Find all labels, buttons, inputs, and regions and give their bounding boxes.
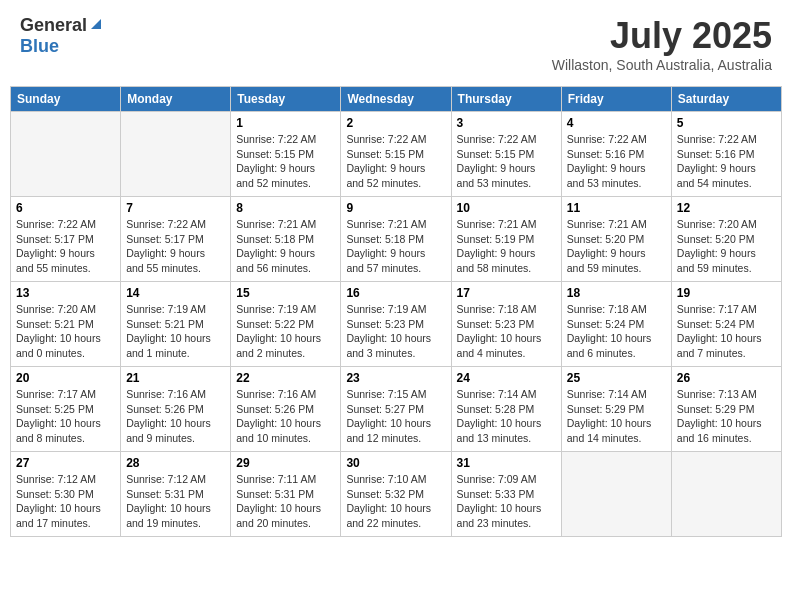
day-info: Sunrise: 7:17 AMSunset: 5:24 PMDaylight:… xyxy=(677,302,776,361)
day-info: Sunrise: 7:19 AMSunset: 5:21 PMDaylight:… xyxy=(126,302,225,361)
weekday-header: Wednesday xyxy=(341,87,451,112)
day-number: 10 xyxy=(457,201,556,215)
logo: General Blue xyxy=(20,15,103,57)
day-number: 14 xyxy=(126,286,225,300)
weekday-header: Thursday xyxy=(451,87,561,112)
day-number: 22 xyxy=(236,371,335,385)
calendar-day-cell: 26Sunrise: 7:13 AMSunset: 5:29 PMDayligh… xyxy=(671,367,781,452)
day-number: 11 xyxy=(567,201,666,215)
day-number: 28 xyxy=(126,456,225,470)
calendar-header-row: SundayMondayTuesdayWednesdayThursdayFrid… xyxy=(11,87,782,112)
calendar-day-cell: 30Sunrise: 7:10 AMSunset: 5:32 PMDayligh… xyxy=(341,452,451,537)
calendar-week-row: 13Sunrise: 7:20 AMSunset: 5:21 PMDayligh… xyxy=(11,282,782,367)
day-info: Sunrise: 7:17 AMSunset: 5:25 PMDaylight:… xyxy=(16,387,115,446)
day-info: Sunrise: 7:12 AMSunset: 5:31 PMDaylight:… xyxy=(126,472,225,531)
day-number: 2 xyxy=(346,116,445,130)
calendar-day-cell: 9Sunrise: 7:21 AMSunset: 5:18 PMDaylight… xyxy=(341,197,451,282)
day-info: Sunrise: 7:22 AMSunset: 5:16 PMDaylight:… xyxy=(677,132,776,191)
day-number: 25 xyxy=(567,371,666,385)
day-info: Sunrise: 7:22 AMSunset: 5:17 PMDaylight:… xyxy=(16,217,115,276)
calendar-day-cell: 2Sunrise: 7:22 AMSunset: 5:15 PMDaylight… xyxy=(341,112,451,197)
calendar-day-cell: 3Sunrise: 7:22 AMSunset: 5:15 PMDaylight… xyxy=(451,112,561,197)
calendar-day-cell: 13Sunrise: 7:20 AMSunset: 5:21 PMDayligh… xyxy=(11,282,121,367)
day-number: 18 xyxy=(567,286,666,300)
day-info: Sunrise: 7:16 AMSunset: 5:26 PMDaylight:… xyxy=(236,387,335,446)
calendar-day-cell: 11Sunrise: 7:21 AMSunset: 5:20 PMDayligh… xyxy=(561,197,671,282)
location-title: Willaston, South Australia, Australia xyxy=(552,57,772,73)
day-info: Sunrise: 7:22 AMSunset: 5:15 PMDaylight:… xyxy=(236,132,335,191)
day-info: Sunrise: 7:11 AMSunset: 5:31 PMDaylight:… xyxy=(236,472,335,531)
day-number: 8 xyxy=(236,201,335,215)
calendar-table: SundayMondayTuesdayWednesdayThursdayFrid… xyxy=(10,86,782,537)
calendar-day-cell: 14Sunrise: 7:19 AMSunset: 5:21 PMDayligh… xyxy=(121,282,231,367)
weekday-header: Sunday xyxy=(11,87,121,112)
calendar-day-cell: 12Sunrise: 7:20 AMSunset: 5:20 PMDayligh… xyxy=(671,197,781,282)
day-info: Sunrise: 7:15 AMSunset: 5:27 PMDaylight:… xyxy=(346,387,445,446)
day-info: Sunrise: 7:22 AMSunset: 5:15 PMDaylight:… xyxy=(457,132,556,191)
calendar-day-cell: 6Sunrise: 7:22 AMSunset: 5:17 PMDaylight… xyxy=(11,197,121,282)
day-number: 20 xyxy=(16,371,115,385)
logo-blue-text: Blue xyxy=(20,36,59,57)
day-number: 6 xyxy=(16,201,115,215)
calendar-day-cell: 5Sunrise: 7:22 AMSunset: 5:16 PMDaylight… xyxy=(671,112,781,197)
logo-general-text: General xyxy=(20,15,87,36)
calendar-day-cell: 16Sunrise: 7:19 AMSunset: 5:23 PMDayligh… xyxy=(341,282,451,367)
calendar-day-cell: 31Sunrise: 7:09 AMSunset: 5:33 PMDayligh… xyxy=(451,452,561,537)
day-number: 27 xyxy=(16,456,115,470)
day-number: 7 xyxy=(126,201,225,215)
day-number: 5 xyxy=(677,116,776,130)
weekday-header: Monday xyxy=(121,87,231,112)
day-info: Sunrise: 7:18 AMSunset: 5:23 PMDaylight:… xyxy=(457,302,556,361)
day-number: 9 xyxy=(346,201,445,215)
calendar-day-cell: 8Sunrise: 7:21 AMSunset: 5:18 PMDaylight… xyxy=(231,197,341,282)
calendar-day-cell: 28Sunrise: 7:12 AMSunset: 5:31 PMDayligh… xyxy=(121,452,231,537)
day-info: Sunrise: 7:22 AMSunset: 5:17 PMDaylight:… xyxy=(126,217,225,276)
day-number: 12 xyxy=(677,201,776,215)
day-number: 13 xyxy=(16,286,115,300)
calendar-day-cell: 27Sunrise: 7:12 AMSunset: 5:30 PMDayligh… xyxy=(11,452,121,537)
day-info: Sunrise: 7:09 AMSunset: 5:33 PMDaylight:… xyxy=(457,472,556,531)
weekday-header: Tuesday xyxy=(231,87,341,112)
weekday-header: Saturday xyxy=(671,87,781,112)
calendar-day-cell: 21Sunrise: 7:16 AMSunset: 5:26 PMDayligh… xyxy=(121,367,231,452)
day-info: Sunrise: 7:13 AMSunset: 5:29 PMDaylight:… xyxy=(677,387,776,446)
day-info: Sunrise: 7:18 AMSunset: 5:24 PMDaylight:… xyxy=(567,302,666,361)
day-info: Sunrise: 7:14 AMSunset: 5:28 PMDaylight:… xyxy=(457,387,556,446)
svg-marker-0 xyxy=(91,19,101,29)
logo-arrow-icon xyxy=(89,17,103,35)
day-info: Sunrise: 7:22 AMSunset: 5:15 PMDaylight:… xyxy=(346,132,445,191)
day-info: Sunrise: 7:21 AMSunset: 5:19 PMDaylight:… xyxy=(457,217,556,276)
calendar-day-cell xyxy=(671,452,781,537)
day-info: Sunrise: 7:12 AMSunset: 5:30 PMDaylight:… xyxy=(16,472,115,531)
calendar-day-cell: 1Sunrise: 7:22 AMSunset: 5:15 PMDaylight… xyxy=(231,112,341,197)
day-number: 30 xyxy=(346,456,445,470)
calendar-day-cell: 23Sunrise: 7:15 AMSunset: 5:27 PMDayligh… xyxy=(341,367,451,452)
day-number: 24 xyxy=(457,371,556,385)
calendar-day-cell: 17Sunrise: 7:18 AMSunset: 5:23 PMDayligh… xyxy=(451,282,561,367)
calendar-day-cell: 4Sunrise: 7:22 AMSunset: 5:16 PMDaylight… xyxy=(561,112,671,197)
day-info: Sunrise: 7:21 AMSunset: 5:18 PMDaylight:… xyxy=(236,217,335,276)
calendar-day-cell: 20Sunrise: 7:17 AMSunset: 5:25 PMDayligh… xyxy=(11,367,121,452)
calendar-week-row: 6Sunrise: 7:22 AMSunset: 5:17 PMDaylight… xyxy=(11,197,782,282)
page-header: General Blue July 2025 Willaston, South … xyxy=(10,10,782,78)
day-number: 19 xyxy=(677,286,776,300)
day-number: 29 xyxy=(236,456,335,470)
calendar-day-cell: 19Sunrise: 7:17 AMSunset: 5:24 PMDayligh… xyxy=(671,282,781,367)
day-number: 31 xyxy=(457,456,556,470)
title-area: July 2025 Willaston, South Australia, Au… xyxy=(552,15,772,73)
day-info: Sunrise: 7:19 AMSunset: 5:23 PMDaylight:… xyxy=(346,302,445,361)
weekday-header: Friday xyxy=(561,87,671,112)
day-info: Sunrise: 7:21 AMSunset: 5:20 PMDaylight:… xyxy=(567,217,666,276)
calendar-day-cell: 18Sunrise: 7:18 AMSunset: 5:24 PMDayligh… xyxy=(561,282,671,367)
month-title: July 2025 xyxy=(552,15,772,57)
day-info: Sunrise: 7:22 AMSunset: 5:16 PMDaylight:… xyxy=(567,132,666,191)
day-number: 23 xyxy=(346,371,445,385)
calendar-day-cell: 10Sunrise: 7:21 AMSunset: 5:19 PMDayligh… xyxy=(451,197,561,282)
day-info: Sunrise: 7:20 AMSunset: 5:20 PMDaylight:… xyxy=(677,217,776,276)
day-number: 4 xyxy=(567,116,666,130)
day-info: Sunrise: 7:10 AMSunset: 5:32 PMDaylight:… xyxy=(346,472,445,531)
day-info: Sunrise: 7:16 AMSunset: 5:26 PMDaylight:… xyxy=(126,387,225,446)
day-number: 3 xyxy=(457,116,556,130)
calendar-day-cell: 15Sunrise: 7:19 AMSunset: 5:22 PMDayligh… xyxy=(231,282,341,367)
day-number: 16 xyxy=(346,286,445,300)
